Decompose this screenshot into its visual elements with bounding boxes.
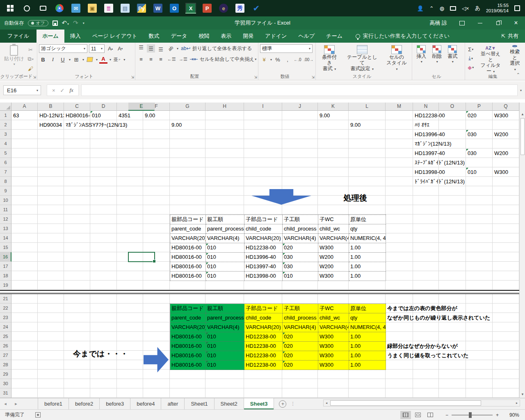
- sheet-tab-menu-icon[interactable]: ⋮: [290, 401, 295, 406]
- column-header[interactable]: O: [439, 103, 466, 111]
- ribbon-tab[interactable]: データ: [165, 30, 193, 43]
- formula-input[interactable]: [81, 84, 518, 96]
- restore-button[interactable]: [489, 16, 507, 30]
- sheet-tab[interactable]: Sheet1: [185, 398, 214, 409]
- cell[interactable]: HD-12N/13: [38, 111, 64, 120]
- cell[interactable]: VARCHAR(4): [206, 323, 244, 332]
- cell[interactable]: 010: [90, 111, 117, 120]
- cell[interactable]: 030: [283, 253, 318, 262]
- align-center-icon[interactable]: ≡: [147, 55, 155, 63]
- cell[interactable]: HD80016-00: [170, 342, 206, 351]
- new-sheet-icon[interactable]: +: [279, 400, 286, 408]
- cell[interactable]: 親工順: [206, 304, 244, 313]
- task-view-icon[interactable]: [38, 3, 48, 14]
- cell[interactable]: 010: [206, 262, 244, 272]
- cell[interactable]: HD80016-00: [170, 243, 206, 253]
- increase-decimal-icon[interactable]: ←.0: [293, 55, 301, 64]
- cancel-formula-icon[interactable]: ×: [52, 87, 55, 94]
- expand-formula-bar-icon[interactable]: ▾: [520, 89, 522, 92]
- vertical-scroll-thumb[interactable]: [520, 118, 525, 155]
- column-header[interactable]: K: [318, 103, 349, 111]
- cell[interactable]: 020: [466, 111, 493, 120]
- file-explorer-icon[interactable]: ▣: [87, 3, 98, 14]
- network-icon[interactable]: ◍: [440, 5, 444, 11]
- column-header-selected[interactable]: E: [128, 103, 155, 111]
- fill-icon[interactable]: ⤓▾: [467, 54, 475, 62]
- bold-button[interactable]: B: [39, 55, 47, 64]
- column-header[interactable]: B: [38, 103, 64, 111]
- ribbon-tab[interactable]: アドイン: [259, 30, 292, 43]
- font-color-icon[interactable]: A: [99, 55, 107, 64]
- sheet-tab[interactable]: before4: [130, 398, 161, 409]
- action-center-icon[interactable]: [514, 5, 520, 11]
- close-button[interactable]: ×: [507, 16, 525, 30]
- font-size-select[interactable]: 11▾: [89, 44, 105, 53]
- ribbon-tab[interactable]: 開発: [237, 30, 259, 43]
- row-header[interactable]: 26: [0, 341, 11, 351]
- align-top-icon[interactable]: ☰: [137, 44, 145, 52]
- row-header[interactable]: 24: [0, 322, 11, 332]
- cell[interactable]: 子WC: [318, 304, 349, 313]
- italic-button[interactable]: I: [49, 55, 57, 64]
- sheet-tab[interactable]: before2: [69, 398, 100, 409]
- sheet-tab[interactable]: before1: [38, 398, 69, 409]
- paste-button[interactable]: 貼り付け ▾: [2, 44, 27, 73]
- number-dialog-launcher[interactable]: ⇲: [312, 75, 315, 79]
- scroll-down-icon[interactable]: ▼: [520, 393, 525, 396]
- cell[interactable]: 030: [466, 148, 493, 158]
- cell[interactable]: 親工順: [206, 215, 244, 224]
- cell[interactable]: VARCHAR(4): [283, 234, 318, 243]
- cell[interactable]: 子部品コード: [244, 304, 283, 313]
- row-header[interactable]: 19: [0, 281, 11, 290]
- cell[interactable]: W300: [318, 332, 349, 342]
- cell[interactable]: VARCHAR(4): [318, 323, 349, 332]
- row-header[interactable]: 18: [0, 271, 11, 281]
- cell[interactable]: VARCHAR(4): [283, 323, 318, 332]
- clear-icon[interactable]: ◆▾: [467, 63, 475, 71]
- cell[interactable]: W200: [318, 253, 349, 262]
- vertical-scrollbar[interactable]: ▲ ▼: [519, 103, 525, 398]
- ribbon-tab[interactable]: ホーム: [37, 30, 64, 43]
- decrease-indent-icon[interactable]: ←☰: [167, 55, 176, 63]
- row-header[interactable]: 2: [0, 120, 11, 130]
- cell[interactable]: HD12238-00: [244, 361, 283, 370]
- cell[interactable]: 020: [283, 361, 318, 370]
- zoom-level[interactable]: 90%: [504, 412, 519, 418]
- cell[interactable]: 4351: [117, 111, 143, 120]
- column-header[interactable]: A: [11, 103, 38, 111]
- cell[interactable]: NUMERIC(4, 4): [349, 323, 386, 332]
- column-header[interactable]: I: [244, 103, 282, 111]
- row-header[interactable]: 17: [0, 262, 11, 271]
- cell[interactable]: HD13997-40: [244, 262, 283, 272]
- todo-check-icon[interactable]: ✔: [251, 3, 262, 14]
- row-header[interactable]: 25: [0, 332, 11, 341]
- number-format-select[interactable]: 標準▾: [260, 44, 313, 53]
- autosum-icon[interactable]: Σ▾: [467, 45, 475, 53]
- name-box[interactable]: E16▾: [3, 85, 41, 95]
- ime-icon[interactable]: あ: [475, 5, 480, 12]
- cell-styles-button[interactable]: セルの スタイル ▾: [383, 44, 411, 73]
- row-header[interactable]: 5: [0, 148, 11, 158]
- decrease-decimal-icon[interactable]: .00→: [304, 55, 314, 64]
- cell[interactable]: 010: [206, 332, 244, 342]
- column-header[interactable]: G: [170, 103, 205, 111]
- cell[interactable]: 020: [283, 342, 318, 351]
- ribbon-tab[interactable]: 校閲: [193, 30, 215, 43]
- eclipse-icon[interactable]: e: [218, 3, 229, 14]
- column-header[interactable]: L: [349, 103, 386, 111]
- cell[interactable]: 010: [206, 243, 244, 253]
- cell[interactable]: W300: [318, 351, 349, 361]
- cell[interactable]: 1.00: [349, 361, 386, 370]
- cell[interactable]: 1.00: [349, 351, 386, 361]
- column-header[interactable]: C: [64, 103, 90, 111]
- format-painter-icon[interactable]: 🖌: [27, 64, 35, 73]
- cell[interactable]: 030: [466, 130, 493, 139]
- cell[interactable]: 子WC: [318, 215, 349, 224]
- python-icon[interactable]: Py: [136, 3, 147, 14]
- cell[interactable]: 010: [283, 272, 318, 281]
- page-break-view-button[interactable]: [425, 411, 436, 419]
- percent-format-icon[interactable]: %: [274, 55, 282, 64]
- cell[interactable]: 子部品コード: [244, 215, 283, 224]
- qat-customize-icon[interactable]: ▾: [83, 21, 84, 25]
- start-icon[interactable]: [5, 3, 16, 14]
